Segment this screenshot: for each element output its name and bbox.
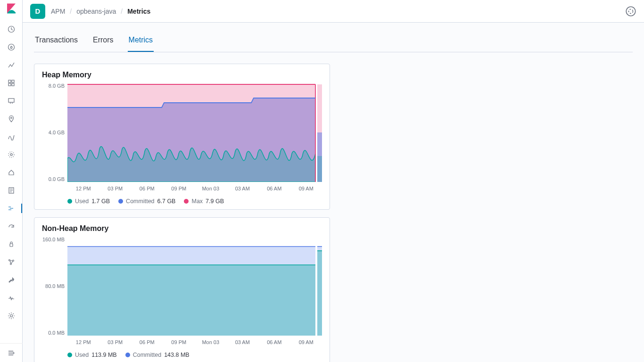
y-axis: 160.0 MB 80.0 MB 0.0 MB xyxy=(42,237,67,336)
legend-committed[interactable]: Committed 143.8 MB xyxy=(125,352,190,358)
legend: Used 113.9 MB Committed 143.8 MB xyxy=(67,345,322,358)
kibana-logo-icon[interactable] xyxy=(6,3,17,14)
recent-icon[interactable] xyxy=(7,25,16,34)
svg-point-15 xyxy=(10,315,12,317)
svg-point-9 xyxy=(8,152,14,157)
x-axis: 12 PM03 PM06 PM09 PMMon 0303 AM06 AM09 A… xyxy=(67,336,322,345)
infrastructure-icon[interactable] xyxy=(7,150,16,159)
panel-title: Heap Memory xyxy=(42,71,322,79)
visualize-icon[interactable] xyxy=(7,60,16,70)
svg-rect-4 xyxy=(8,83,11,86)
graph-icon[interactable] xyxy=(7,257,16,267)
collapse-sidebar-icon[interactable] xyxy=(0,343,23,362)
breadcrumb-service[interactable]: opbeans-java xyxy=(76,8,116,15)
legend-used[interactable]: Used 1.7 GB xyxy=(67,198,110,205)
legend-used[interactable]: Used 113.9 MB xyxy=(67,352,117,358)
svg-rect-2 xyxy=(8,80,11,82)
panel-title: Non-Heap Memory xyxy=(42,224,322,233)
legend-max[interactable]: Max 7.9 GB xyxy=(184,198,224,205)
breadcrumb: APM / opbeans-java / Metrics xyxy=(51,8,150,15)
monitoring-icon[interactable] xyxy=(7,293,16,303)
canvas-icon[interactable] xyxy=(7,96,16,106)
heap-chart[interactable] xyxy=(67,83,322,182)
y-axis: 8.0 GB 4.0 GB 0.0 GB xyxy=(42,83,67,182)
discover-icon[interactable] xyxy=(7,42,16,52)
legend-committed[interactable]: Committed 6.7 GB xyxy=(118,198,175,205)
logs-icon[interactable] xyxy=(7,168,16,177)
panel-nonheap-memory: Non-Heap Memory 160.0 MB 80.0 MB 0.0 MB xyxy=(34,217,330,362)
tab-transactions[interactable]: Transactions xyxy=(34,30,79,52)
svg-point-1 xyxy=(8,44,14,50)
svg-point-16 xyxy=(626,7,636,16)
help-icon[interactable] xyxy=(625,6,636,17)
tab-errors[interactable]: Errors xyxy=(92,30,115,52)
svg-rect-6 xyxy=(8,99,14,102)
x-axis: 12 PM03 PM06 PM09 PMMon 0303 AM06 AM09 A… xyxy=(67,182,322,191)
legend: Used 1.7 GB Committed 6.7 GB Max 7.9 GB xyxy=(67,191,322,205)
space-selector[interactable]: D xyxy=(30,4,45,19)
top-header: D APM / opbeans-java / Metrics xyxy=(23,0,644,23)
svg-rect-27 xyxy=(317,251,322,336)
nonheap-chart[interactable] xyxy=(67,237,322,336)
dashboard-icon[interactable] xyxy=(7,78,16,88)
uptime-icon[interactable] xyxy=(7,222,16,231)
svg-rect-3 xyxy=(12,80,14,82)
logs-list-icon[interactable] xyxy=(7,186,16,195)
ml-icon[interactable] xyxy=(7,132,16,141)
siem-icon[interactable] xyxy=(7,239,16,249)
dev-tools-icon[interactable] xyxy=(7,275,16,285)
management-icon[interactable] xyxy=(7,311,16,321)
maps-icon[interactable] xyxy=(7,114,16,123)
svg-rect-21 xyxy=(317,156,322,182)
breadcrumb-current: Metrics xyxy=(127,8,150,15)
breadcrumb-apm[interactable]: APM xyxy=(51,8,65,15)
svg-rect-26 xyxy=(67,265,315,336)
svg-point-17 xyxy=(629,9,633,13)
svg-rect-11 xyxy=(10,244,13,247)
panel-heap-memory: Heap Memory 8.0 GB 4.0 GB 0.0 GB xyxy=(34,64,330,210)
svg-rect-5 xyxy=(12,83,14,86)
svg-point-7 xyxy=(10,117,12,119)
tab-metrics[interactable]: Metrics xyxy=(128,30,154,52)
left-nav-sidebar xyxy=(0,0,23,362)
apm-icon[interactable] xyxy=(0,204,22,213)
tab-bar: Transactions Errors Metrics xyxy=(34,30,633,52)
svg-point-8 xyxy=(10,154,12,156)
